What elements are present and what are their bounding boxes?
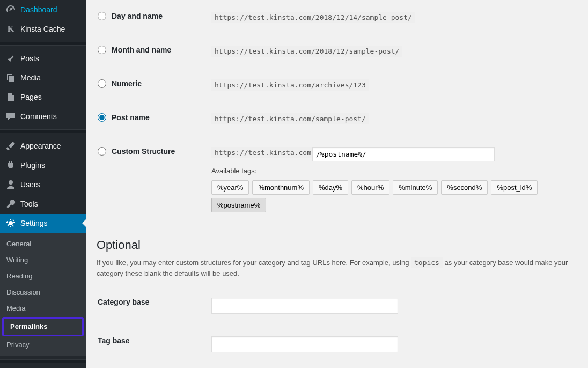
radio-numeric[interactable] <box>98 79 106 88</box>
category-base-label: Category base <box>98 287 210 325</box>
submenu-writing[interactable]: Writing <box>0 252 86 268</box>
desc-code: topics <box>411 257 443 268</box>
tag-post-id[interactable]: %post_id% <box>491 180 538 195</box>
settings-submenu: General Writing Reading Discussion Media… <box>0 233 86 356</box>
tag-base-input[interactable] <box>211 336 398 352</box>
pin-icon <box>5 53 16 64</box>
sidebar-item-media[interactable]: Media <box>0 68 86 87</box>
option-label: Month and name <box>112 46 171 54</box>
available-tags: %year% %monthnum% %day% %hour% %minute% … <box>211 180 582 212</box>
tag-day[interactable]: %day% <box>313 180 348 195</box>
sidebar-label: Users <box>20 180 40 189</box>
tag-base-label: Tag base <box>98 326 210 363</box>
radio-custom[interactable] <box>98 147 106 156</box>
media-icon <box>5 72 16 83</box>
submenu-privacy[interactable]: Privacy <box>0 337 86 353</box>
main-content: Day and name https://test.kinsta.com/201… <box>86 0 588 368</box>
sidebar-label: Pages <box>20 92 42 102</box>
tools-icon <box>5 198 16 209</box>
option-month-name[interactable]: Month and name <box>98 46 205 54</box>
sidebar-label: Comments <box>20 112 57 121</box>
radio-post-name[interactable] <box>98 113 106 122</box>
separator <box>0 359 86 363</box>
sidebar-item-posts[interactable]: Posts <box>0 49 86 68</box>
submenu-reading[interactable]: Reading <box>0 268 86 284</box>
sidebar-item-comments[interactable]: Comments <box>0 107 86 126</box>
option-label: Day and name <box>112 12 163 20</box>
option-numeric[interactable]: Numeric <box>98 79 205 88</box>
radio-day-name[interactable] <box>98 12 106 20</box>
tag-monthnum[interactable]: %monthnum% <box>252 180 310 195</box>
permalink-options-table: Day and name https://test.kinsta.com/201… <box>97 0 588 224</box>
optional-description: If you like, you may enter custom struct… <box>97 257 588 278</box>
sidebar-item-settings[interactable]: Settings <box>0 214 86 233</box>
sidebar-label: Tools <box>20 199 38 209</box>
sidebar-item-dashboard[interactable]: Dashboard <box>0 0 86 19</box>
option-custom[interactable]: Custom Structure <box>98 147 205 156</box>
option-day-name[interactable]: Day and name <box>98 12 205 20</box>
sidebar-label: Settings <box>20 218 48 228</box>
page-icon <box>5 92 16 102</box>
sidebar-item-kinsta[interactable]: K Kinsta Cache <box>0 19 86 39</box>
optional-table: Category base Tag base <box>97 286 588 364</box>
custom-prefix: https://test.kinsta.com <box>211 147 314 158</box>
submenu-media[interactable]: Media <box>0 300 86 317</box>
tag-postname[interactable]: %postname% <box>211 198 266 212</box>
option-label: Post name <box>112 113 150 122</box>
available-tags-label: Available tags: <box>211 167 582 175</box>
submenu-discussion[interactable]: Discussion <box>0 284 86 300</box>
submenu-general[interactable]: General <box>0 236 86 252</box>
plugin-icon <box>5 160 16 171</box>
example-month-name: https://test.kinsta.com/2018/12/sample-p… <box>211 46 402 57</box>
optional-heading: Optional <box>97 238 588 252</box>
radio-month-name[interactable] <box>98 46 106 54</box>
desc-text: If you like, you may enter custom struct… <box>97 259 411 267</box>
tag-second[interactable]: %second% <box>441 180 488 195</box>
option-label: Custom Structure <box>112 147 175 156</box>
sidebar-label: Plugins <box>20 160 45 170</box>
sidebar-label: Posts <box>20 54 39 63</box>
separator <box>0 42 86 46</box>
settings-icon <box>5 218 16 229</box>
option-post-name[interactable]: Post name <box>98 113 205 122</box>
brush-icon <box>5 141 16 151</box>
dashboard-icon <box>5 4 16 15</box>
example-day-name: https://test.kinsta.com/2018/12/14/sampl… <box>211 12 415 23</box>
sidebar-item-appearance[interactable]: Appearance <box>0 136 86 156</box>
option-label: Numeric <box>112 79 142 88</box>
custom-structure-input[interactable] <box>312 147 495 161</box>
category-base-input[interactable] <box>211 298 398 314</box>
sidebar-item-pages[interactable]: Pages <box>0 87 86 107</box>
tag-hour[interactable]: %hour% <box>351 180 389 195</box>
admin-sidebar: Dashboard K Kinsta Cache Posts Media Pag… <box>0 0 86 368</box>
sidebar-label: Dashboard <box>20 5 57 14</box>
users-icon <box>5 179 16 190</box>
tag-year[interactable]: %year% <box>211 180 249 195</box>
sidebar-item-users[interactable]: Users <box>0 175 86 194</box>
example-numeric: https://test.kinsta.com/archives/123 <box>211 79 369 91</box>
example-post-name: https://test.kinsta.com/sample-post/ <box>211 113 369 124</box>
tag-minute[interactable]: %minute% <box>393 180 438 195</box>
sidebar-label: Media <box>20 73 41 83</box>
sidebar-item-tools[interactable]: Tools <box>0 194 86 214</box>
separator <box>0 129 86 133</box>
sidebar-item-plugins[interactable]: Plugins <box>0 156 86 175</box>
kinsta-icon: K <box>5 24 16 34</box>
comment-icon <box>5 111 16 122</box>
highlight-box: Permalinks <box>2 317 84 336</box>
submenu-permalinks[interactable]: Permalinks <box>4 319 82 335</box>
sidebar-label: Kinsta Cache <box>20 24 65 34</box>
sidebar-label: Appearance <box>20 141 61 151</box>
